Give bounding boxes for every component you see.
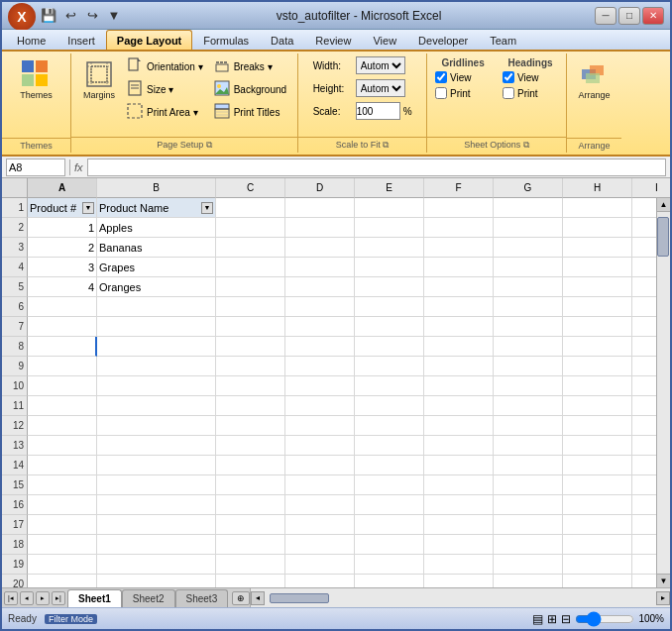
grid-cell[interactable]: [424, 277, 494, 297]
grid-cell[interactable]: [632, 436, 656, 456]
grid-cell[interactable]: [216, 337, 285, 357]
sheet-first-btn[interactable]: |◂: [4, 591, 18, 605]
grid-cell[interactable]: [285, 258, 355, 277]
grid-cell[interactable]: [355, 456, 424, 475]
grid-cell[interactable]: [97, 396, 216, 416]
grid-cell[interactable]: [424, 436, 494, 456]
grid-cell[interactable]: Grapes: [97, 258, 216, 277]
grid-cell[interactable]: [285, 436, 355, 456]
row-number-16[interactable]: 16: [2, 495, 28, 515]
tab-page-layout[interactable]: Page Layout: [106, 30, 192, 50]
grid-cell[interactable]: [632, 535, 656, 555]
redo-quick-btn[interactable]: ↪: [83, 8, 101, 24]
scroll-thumb[interactable]: [657, 217, 669, 257]
col-header-A[interactable]: A: [28, 178, 97, 198]
tab-team[interactable]: Team: [479, 30, 527, 50]
row-number-12[interactable]: 12: [2, 416, 28, 436]
grid-cell[interactable]: [632, 317, 656, 337]
tab-developer[interactable]: Developer: [407, 30, 479, 50]
grid-cell[interactable]: [216, 218, 285, 238]
sheet-options-dialog-btn[interactable]: ⧉: [523, 140, 529, 150]
scale-input[interactable]: [356, 102, 400, 120]
background-button[interactable]: Background: [208, 78, 291, 100]
grid-cell[interactable]: [632, 475, 656, 495]
grid-cell[interactable]: [632, 456, 656, 475]
grid-cell[interactable]: [285, 317, 355, 337]
horizontal-scroll-track[interactable]: ◂ ▸: [250, 588, 670, 607]
col-header-F[interactable]: F: [424, 178, 494, 198]
grid-cell[interactable]: [563, 475, 632, 495]
grid-cell[interactable]: [563, 337, 632, 357]
size-button[interactable]: Size ▾: [121, 78, 208, 100]
grid-cell[interactable]: [216, 357, 285, 376]
tab-insert[interactable]: Insert: [56, 30, 106, 50]
grid-cell[interactable]: Product #▼: [28, 198, 97, 218]
row-number-8[interactable]: 8: [2, 337, 28, 357]
grid-cell[interactable]: [494, 376, 563, 396]
grid-cell[interactable]: [424, 258, 494, 277]
grid-cell[interactable]: [355, 396, 424, 416]
grid-cell[interactable]: [424, 456, 494, 475]
grid-cell[interactable]: [355, 258, 424, 277]
grid-cell[interactable]: [28, 535, 97, 555]
grid-cell[interactable]: [285, 475, 355, 495]
sheet-tab-3[interactable]: Sheet3: [175, 589, 229, 607]
row-number-17[interactable]: 17: [2, 515, 28, 535]
grid-cell[interactable]: [216, 396, 285, 416]
sheet-prev-btn[interactable]: ◂: [20, 591, 34, 605]
row-number-7[interactable]: 7: [2, 317, 28, 337]
grid-cell[interactable]: [563, 515, 632, 535]
grid-cell[interactable]: [563, 495, 632, 515]
grid-cell[interactable]: [216, 376, 285, 396]
grid-cell[interactable]: [494, 258, 563, 277]
zoom-slider[interactable]: [575, 611, 634, 627]
grid-cell[interactable]: [494, 337, 563, 357]
row-number-4[interactable]: 4: [2, 258, 28, 277]
grid-cell[interactable]: [563, 396, 632, 416]
row-number-9[interactable]: 9: [2, 357, 28, 376]
grid-cell[interactable]: [28, 396, 97, 416]
grid-cell[interactable]: [424, 198, 494, 218]
grid-cell[interactable]: [355, 337, 424, 357]
col-header-E[interactable]: E: [355, 178, 424, 198]
row-number-11[interactable]: 11: [2, 396, 28, 416]
grid-cell[interactable]: [494, 495, 563, 515]
grid-cell[interactable]: [216, 495, 285, 515]
grid-cell[interactable]: [28, 376, 97, 396]
grid-cell[interactable]: [494, 277, 563, 297]
headings-view-checkbox[interactable]: [503, 71, 514, 83]
col-header-B[interactable]: B: [97, 178, 216, 198]
grid-cell[interactable]: [563, 277, 632, 297]
grid-cell[interactable]: [216, 416, 285, 436]
row-number-3[interactable]: 3: [2, 238, 28, 258]
minimize-button[interactable]: ─: [595, 7, 616, 25]
sheet-last-btn[interactable]: ▸|: [52, 591, 65, 605]
grid-cell[interactable]: [632, 357, 656, 376]
grid-cell[interactable]: [494, 535, 563, 555]
row-number-1[interactable]: 1: [2, 198, 28, 218]
grid-cell[interactable]: [563, 198, 632, 218]
formula-input[interactable]: [87, 158, 666, 176]
maximize-button[interactable]: □: [618, 7, 640, 25]
insert-sheet-btn[interactable]: ⊕: [232, 591, 250, 605]
grid-cell[interactable]: [563, 238, 632, 258]
grid-cell[interactable]: [632, 515, 656, 535]
grid-cell[interactable]: [632, 337, 656, 357]
themes-button[interactable]: Themes: [15, 55, 57, 104]
grid-cell[interactable]: [632, 277, 656, 297]
grid-cell[interactable]: [424, 495, 494, 515]
grid-cell[interactable]: [97, 297, 216, 317]
tab-formulas[interactable]: Formulas: [192, 30, 260, 50]
view-page-layout-icon[interactable]: ⊞: [547, 612, 557, 626]
grid-cell[interactable]: [632, 396, 656, 416]
grid-cell[interactable]: [424, 238, 494, 258]
grid-cell[interactable]: [285, 416, 355, 436]
grid-cell[interactable]: [563, 317, 632, 337]
print-area-button[interactable]: Print Area ▾: [121, 101, 208, 123]
row-number-10[interactable]: 10: [2, 376, 28, 396]
grid-cell[interactable]: [494, 238, 563, 258]
grid-cell[interactable]: [285, 456, 355, 475]
filter-dropdown-btn[interactable]: ▼: [82, 202, 94, 214]
grid-cell[interactable]: [355, 555, 424, 575]
grid-cell[interactable]: [285, 297, 355, 317]
